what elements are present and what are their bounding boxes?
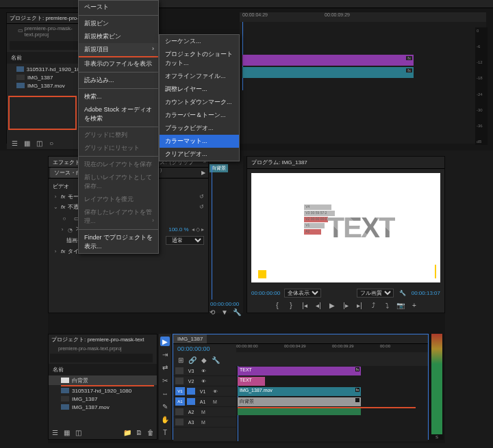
submenu-clear-video[interactable]: クリアビデオ... xyxy=(160,148,239,161)
icon-view-icon[interactable]: ▦ xyxy=(22,138,31,148)
type-tool-icon[interactable]: T xyxy=(160,427,170,437)
submenu-bars-tone[interactable]: カラーバー＆トーン... xyxy=(160,109,239,122)
export-frame-icon[interactable]: 📷 xyxy=(396,300,405,310)
opacity-value[interactable]: 100.0 % xyxy=(168,226,188,233)
step-back-icon[interactable]: ◂| xyxy=(314,300,323,310)
menu-import[interactable]: 読み込み... xyxy=(79,74,158,87)
list-item[interactable]: IMG_1387 xyxy=(49,395,157,403)
timeline-ruler[interactable]: 00:00:04:29 00:00:09:29 xyxy=(240,12,486,22)
list-item[interactable]: 3105317-hd_1920_1080 xyxy=(49,386,157,395)
list-item[interactable]: IMG_1387 xyxy=(7,73,84,81)
list-item[interactable]: IMG_1387.mov xyxy=(49,403,157,411)
submenu-sequence[interactable]: シーケンス... xyxy=(160,35,239,48)
extract-icon[interactable]: ⤵ xyxy=(382,300,392,310)
disclose-icon[interactable]: › xyxy=(53,248,58,254)
play-icon[interactable]: ▶ xyxy=(199,168,208,178)
trash-icon[interactable]: 🗑 xyxy=(146,427,155,437)
track-select-tool-icon[interactable]: ⇥ xyxy=(160,350,170,359)
step-forward-icon[interactable]: |▸ xyxy=(341,300,351,310)
link-icon[interactable]: 🔗 xyxy=(188,355,197,365)
freeform-view-icon[interactable]: ◫ xyxy=(34,138,44,148)
effect-playhead[interactable] xyxy=(212,166,212,300)
column-name[interactable]: 名前 xyxy=(7,52,84,64)
track-header-v2[interactable]: V2👁 xyxy=(173,376,236,386)
disclose-icon[interactable]: ⌄ xyxy=(53,204,58,210)
track-toggle[interactable] xyxy=(175,367,184,374)
lift-icon[interactable]: ⤴ xyxy=(368,300,378,310)
filter-icon[interactable]: ▼ xyxy=(220,307,229,317)
snap-icon[interactable]: ⊞ xyxy=(176,355,186,365)
effect-timeline[interactable]: :0:00 白背景 00:00:00:00 ⟲ ▼ 🔧 xyxy=(209,156,243,313)
menu-adobe-stock[interactable]: Adobe Stock オーディオを検索 xyxy=(79,103,158,125)
clip-text[interactable]: TEXTfx xyxy=(238,367,361,375)
track-toggle[interactable] xyxy=(175,419,184,425)
track-toggle[interactable] xyxy=(175,378,184,384)
track-header-v1[interactable]: V1V1👁 xyxy=(173,386,236,397)
timeline-clip[interactable]: fx xyxy=(242,67,414,78)
zoom-slider-icon[interactable]: ○ xyxy=(47,138,56,148)
sequence-clip-area[interactable]: TEXTfx TEXT IMG_1387.movfx 白背景fx xyxy=(236,366,428,441)
timeline-tracks[interactable]: fx fx xyxy=(240,22,486,90)
quality-select[interactable]: フル画質 xyxy=(357,289,394,298)
mark-in-icon[interactable]: { xyxy=(273,300,282,310)
disclose-icon[interactable]: › xyxy=(53,194,58,200)
list-view-icon[interactable]: ☰ xyxy=(50,427,60,437)
go-to-in-icon[interactable]: |◂ xyxy=(300,300,309,310)
wrench-icon[interactable]: 🔧 xyxy=(232,307,242,317)
zoom-select[interactable]: 全体表示 xyxy=(284,289,321,298)
eye-icon[interactable]: 👁 xyxy=(199,366,208,375)
new-bin-icon[interactable]: 📁 xyxy=(123,427,132,437)
razor-tool-icon[interactable]: ✂ xyxy=(160,375,170,385)
submenu-adjust-layer[interactable]: 調整レイヤー... xyxy=(160,83,239,96)
mark-out-icon[interactable]: } xyxy=(286,300,296,310)
list-item[interactable]: 3105317-hd_1920_10 xyxy=(7,65,84,73)
submenu-offline[interactable]: オフラインファイル... xyxy=(160,70,239,83)
icon-view-icon[interactable]: ▦ xyxy=(62,427,71,437)
eye-icon[interactable]: 👁 xyxy=(199,376,208,386)
list-item[interactable]: 白背景 xyxy=(49,375,157,385)
ellipse-mask-icon[interactable]: ○ xyxy=(60,213,69,223)
settings-icon[interactable]: 🔧 xyxy=(211,355,220,365)
more-icon[interactable]: + xyxy=(409,300,419,310)
menu-reveal-finder[interactable]: Finder でプロジェクトを表示... xyxy=(79,231,158,253)
project-search-input[interactable] xyxy=(50,354,153,363)
project-search-input[interactable] xyxy=(10,41,81,50)
pen-tool-icon[interactable]: ✎ xyxy=(160,401,170,411)
play-icon[interactable]: ▶ xyxy=(327,300,337,310)
track-toggle[interactable] xyxy=(187,398,195,405)
track-header-a2[interactable]: A2M xyxy=(173,407,236,417)
menu-paste[interactable]: ペースト xyxy=(79,1,158,14)
freeform-view-icon[interactable]: ◫ xyxy=(73,427,83,437)
loop-icon[interactable]: ⟲ xyxy=(207,307,217,317)
program-timecode-left[interactable]: 00:00:00:00 xyxy=(251,290,280,296)
eye-icon[interactable]: 👁 xyxy=(210,386,220,396)
sequence-tab[interactable]: IMG_1387 xyxy=(173,334,207,343)
new-item-icon[interactable]: 🗎 xyxy=(134,427,144,437)
name-column[interactable]: 名前 xyxy=(49,364,157,375)
stopwatch-icon[interactable]: ◔ xyxy=(68,227,73,233)
timeline-clip[interactable]: fx xyxy=(242,55,414,66)
menu-search[interactable]: 検索... xyxy=(79,90,158,103)
source-patch[interactable]: A1 xyxy=(175,397,185,406)
menu-show-hidden[interactable]: 非表示のファイルを表示 xyxy=(79,57,158,70)
source-patch[interactable]: V1 xyxy=(175,387,185,395)
menu-new-item[interactable]: 新規項目 xyxy=(79,43,158,56)
submenu-shortcut[interactable]: プロジェクトのショートカット... xyxy=(160,48,239,70)
submenu-countdown[interactable]: カウントダウンマーク... xyxy=(160,96,239,109)
slip-tool-icon[interactable]: ↔ xyxy=(160,388,170,398)
menu-new-bin[interactable]: 新規ビン xyxy=(79,17,158,30)
submenu-black-video[interactable]: ブラックビデオ... xyxy=(160,122,239,135)
track-header-a3[interactable]: A3M xyxy=(173,417,236,427)
clip-video[interactable]: IMG_1387.movfx xyxy=(238,387,361,396)
mute-icon[interactable]: M xyxy=(199,417,208,427)
menu-new-search-bin[interactable]: 新規検索ビン xyxy=(79,30,158,43)
blend-mode-select[interactable]: 通常 xyxy=(166,236,204,245)
sequence-timecode[interactable]: 00:00:00:00 xyxy=(173,344,236,354)
submenu-color-matte[interactable]: カラーマット... xyxy=(160,135,239,148)
reset-icon[interactable]: ↺ xyxy=(199,204,204,210)
keyframe-nav[interactable]: ◂ ◇ ▸ xyxy=(192,226,204,233)
program-viewport[interactable]: V4 V3 00:59:57:2 V2 00:00:00:0 V1 A2 TEX… xyxy=(251,173,440,282)
mute-icon[interactable]: M xyxy=(210,397,220,406)
clip-text2[interactable]: TEXT xyxy=(238,377,265,386)
hand-tool-icon[interactable]: ✋ xyxy=(160,414,170,424)
